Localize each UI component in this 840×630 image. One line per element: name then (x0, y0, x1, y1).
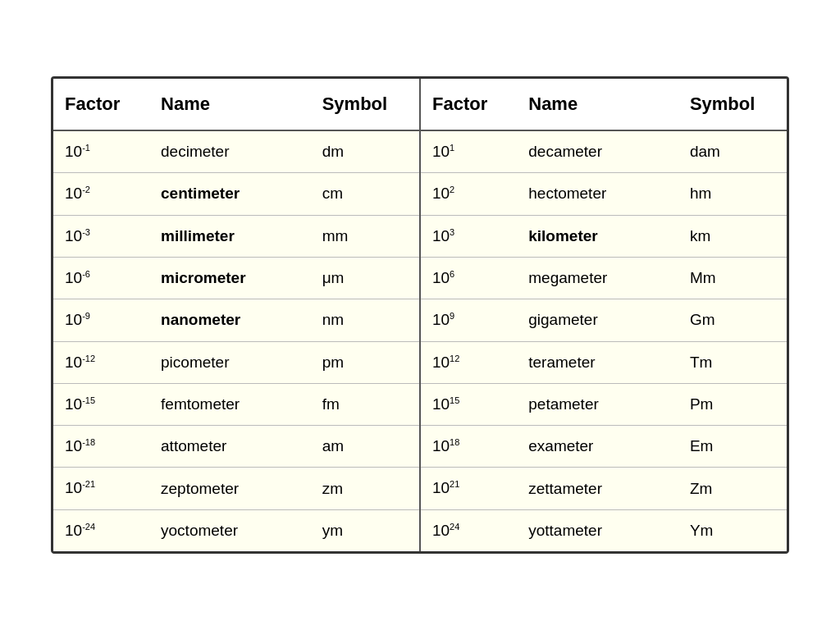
symbol-right-0: dam (678, 130, 787, 173)
name-left-7: attometer (149, 426, 311, 468)
name-left-3: micrometer (149, 257, 311, 299)
factor-left-2: 10-3 (53, 215, 149, 257)
symbol-left-6: fm (311, 383, 420, 425)
table-body: 10-1decimeterdm101decameterdam10-2centim… (53, 130, 787, 551)
factor-left-4: 10-9 (53, 299, 149, 341)
name-right-7: exameter (517, 426, 678, 468)
symbol-right-8: Zm (678, 468, 787, 509)
symbol-right-5: Tm (678, 341, 787, 383)
factor-left-5: 10-12 (53, 341, 149, 383)
symbol-right-2: km (678, 215, 787, 257)
name-right-0: decameter (517, 130, 678, 173)
main-table-container: Factor Name Symbol Factor Name Symbol 10… (51, 76, 789, 554)
factor-left-8: 10-21 (53, 468, 149, 509)
header-factor-left: Factor (53, 79, 149, 130)
symbol-left-4: nm (311, 299, 420, 341)
table-row: 10-1decimeterdm101decameterdam (53, 130, 787, 173)
table-row: 10-24yoctometerym1024yottameterYm (53, 509, 787, 551)
symbol-left-2: mm (311, 215, 420, 257)
factor-right-2: 103 (420, 215, 517, 257)
header-symbol-right: Symbol (678, 79, 787, 130)
name-left-6: femtometer (149, 383, 311, 425)
symbol-left-5: pm (311, 341, 420, 383)
table-row: 10-2centimetercm102hectometerhm (53, 173, 787, 215)
factor-right-0: 101 (420, 130, 517, 173)
name-right-8: zettameter (517, 468, 678, 509)
factor-left-9: 10-24 (53, 509, 149, 551)
factor-right-1: 102 (420, 173, 517, 215)
name-left-0: decimeter (149, 130, 311, 173)
table-row: 10-21zeptometerzm1021zettameterZm (53, 468, 787, 509)
name-right-4: gigameter (517, 299, 678, 341)
factor-left-6: 10-15 (53, 383, 149, 425)
header-symbol-left: Symbol (311, 79, 420, 130)
symbol-left-0: dm (311, 130, 420, 173)
name-left-8: zeptometer (149, 468, 311, 509)
table-row: 10-12picometerpm1012terameterTm (53, 341, 787, 383)
name-right-6: petameter (517, 383, 678, 425)
name-right-3: megameter (517, 257, 678, 299)
header-row: Factor Name Symbol Factor Name Symbol (53, 79, 787, 130)
name-right-1: hectometer (517, 173, 678, 215)
factor-right-5: 1012 (420, 341, 517, 383)
name-left-4: nanometer (149, 299, 311, 341)
factor-right-3: 106 (420, 257, 517, 299)
symbol-right-6: Pm (678, 383, 787, 425)
table-row: 10-18attometeram1018exameterEm (53, 426, 787, 468)
factor-right-6: 1015 (420, 383, 517, 425)
factor-left-7: 10-18 (53, 426, 149, 468)
name-right-2: kilometer (517, 215, 678, 257)
header-factor-right: Factor (420, 79, 517, 130)
factor-right-7: 1018 (420, 426, 517, 468)
header-name-right: Name (517, 79, 678, 130)
table-row: 10-9nanometernm109gigameterGm (53, 299, 787, 341)
name-right-5: terameter (517, 341, 678, 383)
factor-right-4: 109 (420, 299, 517, 341)
factor-right-9: 1024 (420, 509, 517, 551)
symbol-left-8: zm (311, 468, 420, 509)
factor-left-0: 10-1 (53, 130, 149, 173)
symbol-left-3: μm (311, 257, 420, 299)
symbol-right-3: Mm (678, 257, 787, 299)
name-left-9: yoctometer (149, 509, 311, 551)
table-row: 10-6micrometerμm106megameterMm (53, 257, 787, 299)
factor-left-1: 10-2 (53, 173, 149, 215)
header-name-left: Name (149, 79, 311, 130)
symbol-left-1: cm (311, 173, 420, 215)
symbol-right-1: hm (678, 173, 787, 215)
symbol-left-7: am (311, 426, 420, 468)
name-right-9: yottameter (517, 509, 678, 551)
name-left-5: picometer (149, 341, 311, 383)
factor-right-8: 1021 (420, 468, 517, 509)
symbol-right-7: Em (678, 426, 787, 468)
name-left-1: centimeter (149, 173, 311, 215)
name-left-2: millimeter (149, 215, 311, 257)
factor-left-3: 10-6 (53, 257, 149, 299)
metric-prefixes-table: Factor Name Symbol Factor Name Symbol 10… (53, 79, 787, 551)
symbol-left-9: ym (311, 509, 420, 551)
table-row: 10-15femtometerfm1015petameterPm (53, 383, 787, 425)
symbol-right-4: Gm (678, 299, 787, 341)
table-row: 10-3millimetermm103kilometerkm (53, 215, 787, 257)
symbol-right-9: Ym (678, 509, 787, 551)
